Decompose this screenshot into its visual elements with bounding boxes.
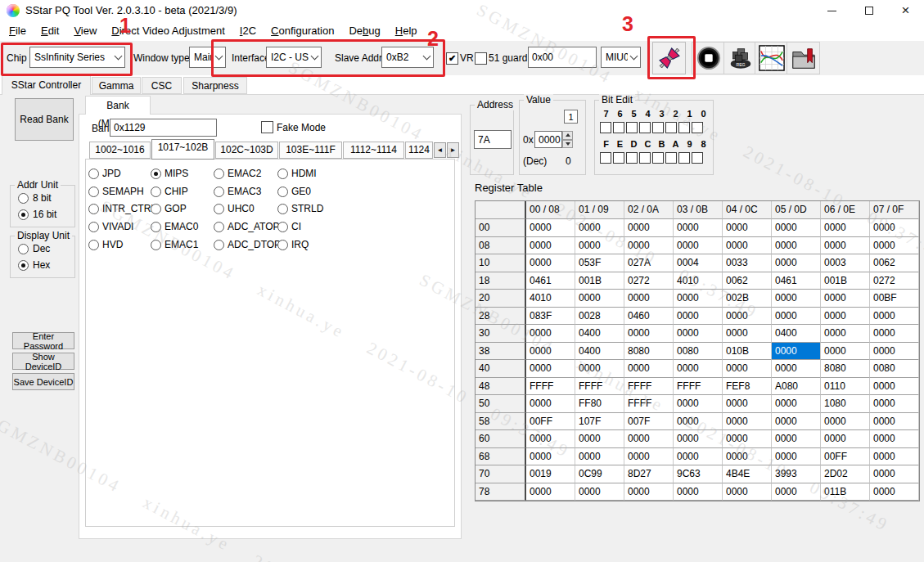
register-cell[interactable]: 0000 <box>526 254 575 272</box>
register-cell[interactable]: 107F <box>575 413 624 431</box>
value-spin-up-button[interactable] <box>562 131 573 140</box>
register-cell[interactable]: 8080 <box>821 360 870 378</box>
register-cell[interactable]: 0000 <box>674 360 723 378</box>
radio-8-bit[interactable] <box>18 193 29 204</box>
register-cell[interactable]: 0C99 <box>575 465 624 483</box>
radio-16-bit-selected[interactable] <box>18 209 29 220</box>
register-cell[interactable]: 0000 <box>723 360 772 378</box>
vr-checkbox[interactable]: ✔ <box>446 52 458 65</box>
radio-option-8-bit[interactable]: 8 bit <box>18 192 74 204</box>
guard-value-input[interactable] <box>528 47 597 68</box>
radio-option-16-bit[interactable]: 16 bit <box>18 209 74 220</box>
register-cell[interactable]: 0000 <box>870 448 919 466</box>
row-header[interactable]: 10 <box>476 254 526 272</box>
register-cell[interactable]: FF80 <box>575 395 624 413</box>
module-radio-adc-atop[interactable]: ADC_ATOP <box>214 221 280 232</box>
row-header[interactable]: 38 <box>476 343 526 361</box>
menu-item-direct-video-adjustment[interactable]: Direct Video Adjustment <box>104 21 232 41</box>
register-cell[interactable]: 0062 <box>723 272 772 290</box>
show-deviceid-button[interactable]: Show DeviceID <box>12 353 74 370</box>
register-cell[interactable]: 4B4E <box>723 465 772 483</box>
value-count-input[interactable] <box>564 110 578 124</box>
register-cell[interactable]: 0000 <box>526 395 575 413</box>
bit-checkbox-f[interactable] <box>600 152 611 164</box>
fake-mode-checkbox[interactable] <box>261 121 273 133</box>
register-cell[interactable]: 0000 <box>821 237 870 255</box>
bit-checkbox-e[interactable] <box>613 152 624 164</box>
module-radio-mips[interactable]: MIPS <box>151 168 188 179</box>
register-cell[interactable]: 0110 <box>821 378 870 396</box>
module-radio-ge0[interactable]: GE0 <box>277 186 311 197</box>
chip-select[interactable]: SsInfinity Series <box>29 47 125 68</box>
register-cell[interactable]: 0080 <box>870 360 919 378</box>
row-header[interactable]: 30 <box>476 325 526 343</box>
register-cell[interactable]: FFFF <box>624 395 674 413</box>
register-cell[interactable]: 8080 <box>624 343 674 361</box>
register-cell[interactable]: 010B <box>723 343 772 361</box>
register-cell[interactable]: 0000 <box>772 237 821 255</box>
register-cell[interactable]: 0000 <box>575 448 624 466</box>
module-radio-adc-dtop[interactable]: ADC_DTOP <box>214 239 281 250</box>
register-cell[interactable]: 0062 <box>870 254 919 272</box>
row-header[interactable]: 58 <box>476 413 526 431</box>
register-cell[interactable]: 0000 <box>575 483 624 501</box>
register-cell[interactable]: 0000 <box>772 448 821 466</box>
module-radio-emac0[interactable]: EMAC0 <box>151 221 198 232</box>
radio-option-dec[interactable]: Dec <box>18 243 74 254</box>
register-cell[interactable]: 007F <box>624 413 674 431</box>
register-cell[interactable]: 0000 <box>526 448 575 466</box>
register-cell[interactable]: 0000 <box>772 395 821 413</box>
register-cell[interactable]: 0033 <box>723 254 772 272</box>
register-cell[interactable]: 1080 <box>821 395 870 413</box>
register-cell[interactable]: 0019 <box>526 465 575 483</box>
menu-item-debug[interactable]: Debug <box>341 21 387 41</box>
curves-chart-button[interactable] <box>755 42 788 74</box>
register-cell[interactable]: 027A <box>624 254 674 272</box>
register-cell[interactable]: 0000 <box>772 430 821 448</box>
register-cell[interactable]: 0000 <box>772 308 821 326</box>
register-cell[interactable]: 053F <box>575 254 624 272</box>
register-cell[interactable]: 0000 <box>723 395 772 413</box>
address-input[interactable] <box>474 130 512 149</box>
menu-item-view[interactable]: View <box>66 21 104 41</box>
minimize-button[interactable] <box>814 0 850 21</box>
register-cell[interactable]: 0003 <box>821 254 870 272</box>
bank-mcu32-tab[interactable]: Bank (MCU32) <box>85 96 151 115</box>
slave-addr-select[interactable]: 0xB2 <box>381 47 434 68</box>
register-cell[interactable]: 083F <box>526 308 575 326</box>
register-cell[interactable]: 0000 <box>723 430 772 448</box>
register-cell[interactable]: 0000 <box>674 308 723 326</box>
row-header[interactable]: 20 <box>476 290 526 308</box>
tab-sharpness[interactable]: Sharpness <box>183 77 247 94</box>
register-cell[interactable]: 0000 <box>575 290 624 308</box>
bit-checkbox-c[interactable] <box>639 152 651 164</box>
bit-checkbox-9[interactable] <box>678 152 690 164</box>
menu-item-i2c[interactable]: I2C <box>232 21 264 41</box>
register-cell[interactable]: 9C63 <box>674 465 723 483</box>
register-cell[interactable]: 0000 <box>624 448 674 466</box>
register-cell[interactable]: 0000 <box>870 395 919 413</box>
register-cell[interactable]: 0000 <box>526 343 575 361</box>
register-cell[interactable]: 0000 <box>723 325 772 343</box>
register-cell[interactable]: 0272 <box>870 272 919 290</box>
row-header[interactable]: 28 <box>476 308 526 326</box>
module-radio-semaph[interactable]: SEMAPH <box>88 186 144 197</box>
register-cell[interactable]: 0000 <box>575 430 624 448</box>
register-cell[interactable]: FFFF <box>526 378 575 396</box>
register-cell[interactable]: 0000 <box>575 237 624 255</box>
bit-checkbox-5[interactable] <box>626 122 638 133</box>
enter-password-button[interactable]: Enter Password <box>12 332 74 349</box>
register-cell[interactable]: 001B <box>575 272 624 290</box>
register-cell[interactable]: 0000 <box>723 308 772 326</box>
module-radio-strld[interactable]: STRLD <box>277 203 323 214</box>
register-cell[interactable]: 0000 <box>870 237 919 255</box>
register-cell[interactable]: 4010 <box>526 290 575 308</box>
register-cell[interactable]: 011B <box>821 483 870 501</box>
register-cell[interactable]: 0000 <box>723 448 772 466</box>
register-cell[interactable]: 0028 <box>575 308 624 326</box>
register-cell[interactable]: 0000 <box>624 483 674 501</box>
tab-gamma[interactable]: Gamma <box>92 77 141 94</box>
register-cell[interactable]: 0000 <box>821 413 870 431</box>
bit-checkbox-7[interactable] <box>600 122 611 133</box>
menu-item-configuration[interactable]: Configuration <box>264 21 341 41</box>
